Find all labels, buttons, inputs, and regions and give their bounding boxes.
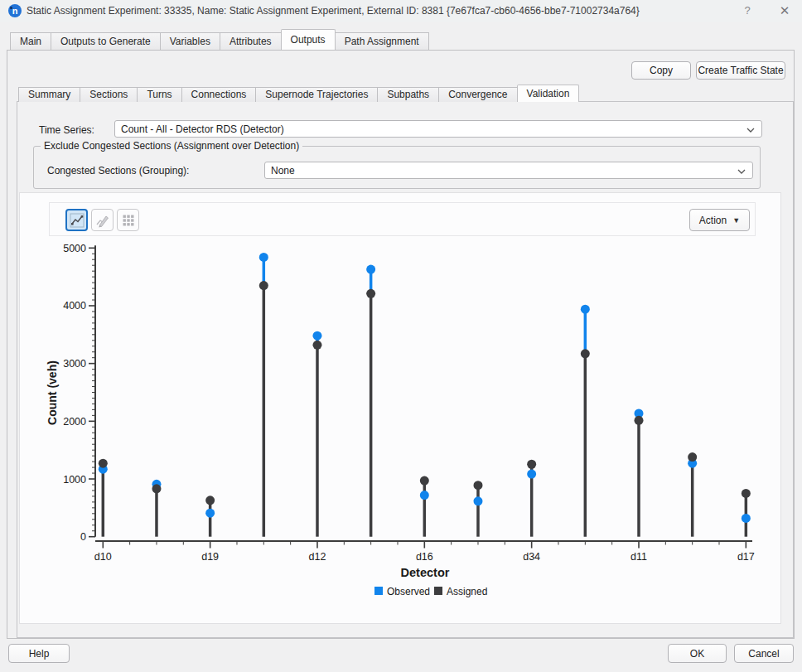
svg-text:4000: 4000 bbox=[63, 300, 86, 312]
tab-main[interactable]: Main bbox=[10, 32, 51, 50]
subtab-convergence[interactable]: Convergence bbox=[438, 87, 517, 102]
outputs-sub-tab-bar: SummarySectionsTurnsConnectionsSupernode… bbox=[18, 85, 579, 102]
validation-chart-frame: Action ▼ 010002000300040005000d10d19d12d… bbox=[19, 192, 781, 624]
svg-text:Observed: Observed bbox=[387, 586, 430, 597]
tab-variables[interactable]: Variables bbox=[160, 32, 220, 50]
svg-text:Count (veh): Count (veh) bbox=[46, 360, 59, 425]
svg-text:5000: 5000 bbox=[63, 243, 86, 254]
close-icon[interactable]: ✕ bbox=[777, 3, 792, 18]
chevron-down-icon bbox=[737, 169, 746, 174]
main-tab-bar: MainOutputs to GenerateVariablesAttribut… bbox=[10, 30, 429, 50]
subtab-supernode-trajectories[interactable]: Supernode Trajectories bbox=[255, 87, 378, 102]
title-bar: n Static Assignment Experiment: 33335, N… bbox=[0, 0, 802, 22]
ok-button[interactable]: OK bbox=[668, 644, 727, 663]
time-series-value: Count - All - Detector RDS (Detector) bbox=[121, 123, 284, 135]
subtab-summary[interactable]: Summary bbox=[18, 87, 80, 102]
cancel-button[interactable]: Cancel bbox=[734, 644, 794, 663]
svg-text:0: 0 bbox=[80, 531, 86, 543]
subtab-validation[interactable]: Validation bbox=[517, 85, 580, 102]
svg-text:Detector: Detector bbox=[401, 566, 450, 579]
logo-letter: n bbox=[12, 6, 18, 16]
svg-text:d34: d34 bbox=[523, 551, 540, 563]
titlebar-help-icon[interactable]: ? bbox=[740, 3, 755, 18]
tab-path-assignment[interactable]: Path Assignment bbox=[335, 32, 429, 50]
svg-text:3000: 3000 bbox=[63, 358, 86, 370]
static-assignment-experiment-dialog: n Static Assignment Experiment: 33335, N… bbox=[0, 0, 802, 672]
validation-stem-chart: 010002000300040005000d10d19d12d16d34d11d… bbox=[20, 193, 782, 625]
svg-text:d12: d12 bbox=[309, 551, 326, 563]
exclude-congested-sections-groupbox: Exclude Congested Sections (Assignment o… bbox=[33, 146, 761, 189]
groupbox-title: Exclude Congested Sections (Assignment o… bbox=[41, 140, 302, 152]
svg-text:d10: d10 bbox=[94, 551, 112, 563]
subtab-subpaths[interactable]: Subpaths bbox=[377, 87, 439, 102]
svg-text:d19: d19 bbox=[201, 551, 219, 563]
congested-sections-combobox[interactable]: None bbox=[264, 162, 753, 179]
time-series-combobox[interactable]: Count - All - Detector RDS (Detector) bbox=[114, 120, 762, 138]
window-title: Static Assignment Experiment: 33335, Nam… bbox=[27, 5, 640, 17]
svg-text:d11: d11 bbox=[630, 551, 647, 563]
svg-text:d16: d16 bbox=[416, 551, 433, 563]
time-series-label: Time Series: bbox=[39, 124, 94, 136]
tab-attributes[interactable]: Attributes bbox=[220, 32, 282, 50]
create-traffic-state-button[interactable]: Create Traffic State bbox=[696, 61, 785, 80]
help-button[interactable]: Help bbox=[8, 644, 70, 663]
svg-text:Assigned: Assigned bbox=[447, 586, 487, 597]
logo-dot bbox=[10, 7, 12, 9]
copy-button[interactable]: Copy bbox=[631, 61, 691, 80]
svg-text:1000: 1000 bbox=[63, 474, 86, 486]
svg-text:d17: d17 bbox=[737, 551, 755, 563]
svg-text:2000: 2000 bbox=[63, 416, 86, 428]
chevron-down-icon bbox=[746, 128, 755, 133]
subtab-connections[interactable]: Connections bbox=[181, 87, 257, 102]
subtab-turns[interactable]: Turns bbox=[137, 87, 181, 102]
congested-sections-label: Congested Sections (Grouping): bbox=[47, 165, 189, 176]
aimsun-logo-icon: n bbox=[8, 4, 22, 17]
tab-outputs-to-generate[interactable]: Outputs to Generate bbox=[51, 32, 161, 50]
congested-sections-value: None bbox=[271, 165, 295, 176]
tab-outputs[interactable]: Outputs bbox=[281, 29, 336, 50]
subtab-sections[interactable]: Sections bbox=[80, 87, 138, 102]
